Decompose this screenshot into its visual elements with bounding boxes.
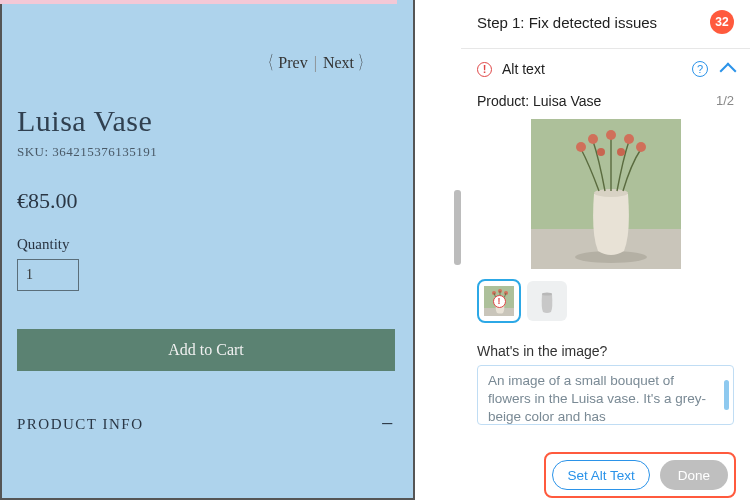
- svg-point-8: [636, 142, 646, 152]
- step-header: Step 1: Fix detected issues 32: [477, 0, 734, 48]
- alt-text-section-header[interactable]: ! Alt text ?: [477, 49, 734, 87]
- quantity-label: Quantity: [17, 236, 375, 253]
- product-label: Product: Luisa Vase: [477, 93, 601, 109]
- quantity-input[interactable]: 1: [17, 259, 79, 291]
- alt-text-prompt: What's in the image?: [477, 343, 734, 359]
- svg-point-4: [576, 142, 586, 152]
- chevron-up-icon[interactable]: [720, 63, 737, 80]
- set-alt-text-button[interactable]: Set Alt Text: [552, 460, 649, 490]
- textarea-scrollbar[interactable]: [724, 380, 729, 410]
- alt-text-value: An image of a small bouquet of flowers i…: [488, 373, 706, 424]
- alt-text-input[interactable]: An image of a small bouquet of flowers i…: [477, 365, 734, 425]
- section-title: Alt text: [502, 61, 692, 77]
- prev-link[interactable]: Prev: [278, 54, 307, 71]
- product-preview-pane: 〈 Prev | Next 〉 Luisa Vase SKU: 36421537…: [0, 0, 415, 500]
- add-to-cart-button[interactable]: Add to Cart: [17, 329, 395, 371]
- product-line: Product: Luisa Vase 1/2: [477, 93, 734, 109]
- svg-point-9: [597, 148, 605, 156]
- minus-icon: −: [381, 411, 395, 437]
- chevron-right-icon[interactable]: 〉: [358, 50, 370, 77]
- thumbnail-row: !: [477, 281, 734, 321]
- svg-point-6: [606, 130, 616, 140]
- product-title: Luisa Vase: [17, 104, 375, 138]
- chevron-left-icon[interactable]: 〈: [262, 50, 274, 77]
- issue-count-badge: 32: [710, 10, 734, 34]
- svg-point-16: [542, 293, 552, 296]
- step-title: Step 1: Fix detected issues: [477, 14, 657, 31]
- thumbnail-2[interactable]: [527, 281, 567, 321]
- product-price: €85.00: [17, 188, 375, 214]
- gutter: [415, 0, 461, 500]
- accessibility-panel: Step 1: Fix detected issues 32 ! Alt tex…: [461, 0, 750, 500]
- scrollbar-thumb[interactable]: [454, 190, 461, 265]
- action-buttons-highlight: Set Alt Text Done: [544, 452, 736, 498]
- product-info-accordion[interactable]: PRODUCT INFO −: [17, 411, 395, 437]
- svg-point-5: [588, 134, 598, 144]
- done-button[interactable]: Done: [660, 460, 728, 490]
- svg-point-7: [624, 134, 634, 144]
- pager-divider: |: [314, 54, 317, 71]
- pager: 〈 Prev | Next 〉: [2, 4, 395, 72]
- next-link[interactable]: Next: [323, 54, 354, 71]
- help-icon[interactable]: ?: [692, 61, 708, 77]
- warning-icon: !: [477, 62, 492, 77]
- accordion-label: PRODUCT INFO: [17, 416, 144, 433]
- thumbnail-1[interactable]: !: [479, 281, 519, 321]
- svg-point-10: [617, 148, 625, 156]
- image-counter: 1/2: [716, 93, 734, 109]
- thumbnail-warning-icon: !: [493, 295, 506, 308]
- main-product-image: [531, 119, 681, 269]
- product-sku: SKU: 364215376135191: [17, 144, 375, 160]
